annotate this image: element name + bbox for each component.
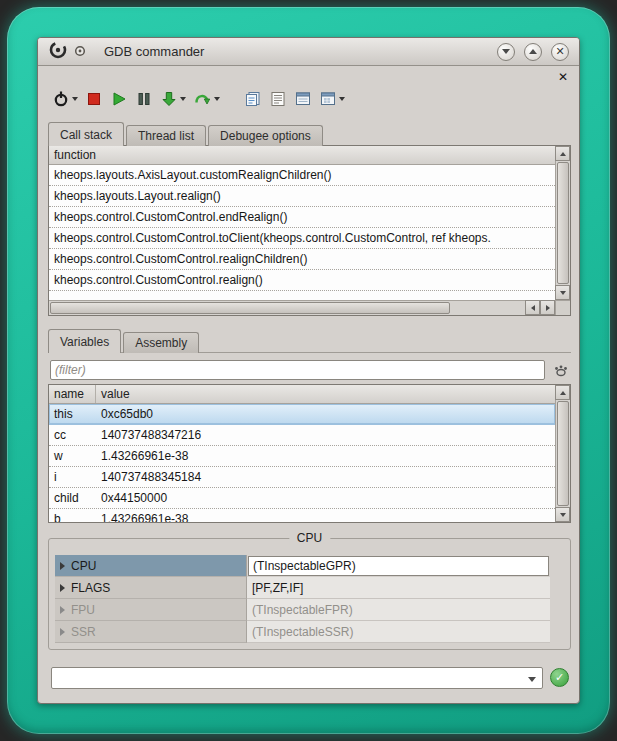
titlebar[interactable]: GDB commander ✕: [38, 38, 579, 66]
cpu-row[interactable]: SSR (TInspectableSSR): [55, 621, 550, 643]
variables-row[interactable]: b 1.43266961e-38: [49, 509, 555, 522]
cpu-row[interactable]: FPU (TInspectableFPR): [55, 599, 550, 621]
callstack-row[interactable]: kheops.control.CustomControl.realignChil…: [49, 249, 555, 270]
callstack-row[interactable]: kheops.layouts.Layout.realign(): [49, 186, 555, 207]
close-button[interactable]: ✕: [551, 43, 569, 61]
inspector-tabbar: Variables Assembly: [48, 329, 199, 353]
register-group-value[interactable]: (TInspectableFPR): [247, 599, 550, 621]
variables-row[interactable]: w 1.43266961e-38: [49, 446, 555, 467]
cpu-group-title: CPU: [289, 531, 330, 545]
variables-vertical-scrollbar[interactable]: [555, 385, 570, 522]
scrollbar-thumb[interactable]: [50, 302, 450, 314]
stop-button[interactable]: [83, 88, 105, 110]
cpu-row[interactable]: CPU (TInspectableGPR): [55, 555, 550, 577]
cpu-row[interactable]: FLAGS [PF,ZF,IF]: [55, 577, 550, 599]
variables-row[interactable]: cc 140737488347216: [49, 425, 555, 446]
tab-debugee-options[interactable]: Debugee options: [208, 125, 323, 146]
triangle-down-icon: [560, 513, 566, 517]
watch-window-button[interactable]: [292, 88, 314, 110]
step-into-button[interactable]: [158, 88, 188, 110]
register-group-label: FPU: [71, 603, 95, 617]
variables-row[interactable]: child 0x44150000: [49, 488, 555, 509]
callstack-panel: function kheops.layouts.AxisLayout.custo…: [48, 145, 571, 316]
callstack-row[interactable]: kheops.layouts.AxisLayout.customRealignC…: [49, 165, 555, 186]
callstack-horizontal-scrollbar[interactable]: [49, 300, 555, 315]
variable-name: cc: [49, 425, 96, 445]
output-list-button[interactable]: [267, 88, 289, 110]
pause-button[interactable]: [133, 88, 155, 110]
register-group-name[interactable]: SSR: [55, 621, 247, 643]
app-icon: [48, 40, 68, 64]
value-column-header[interactable]: value: [96, 385, 130, 403]
step-over-button[interactable]: [191, 88, 222, 110]
window-title: GDB commander: [104, 44, 204, 59]
scroll-down-button[interactable]: [555, 285, 570, 300]
variables-row[interactable]: i 140737488345184: [49, 467, 555, 488]
dropdown-chevron-icon[interactable]: [180, 97, 186, 101]
variables-rows: this 0xc65db0 cc 140737488347216 w 1.432…: [49, 404, 555, 522]
callstack-vertical-scrollbar[interactable]: [555, 146, 570, 300]
register-group-value[interactable]: (TInspectableSSR): [247, 621, 550, 643]
scroll-up-button[interactable]: [555, 385, 570, 400]
register-group-name[interactable]: CPU: [55, 555, 247, 577]
tab-assembly[interactable]: Assembly: [123, 332, 199, 353]
run-button[interactable]: [108, 88, 130, 110]
scroll-down-button[interactable]: [555, 507, 570, 522]
pause-icon: [135, 90, 153, 108]
dropdown-chevron-icon[interactable]: [72, 97, 78, 101]
check-icon: ✓: [555, 671, 564, 684]
filter-paw-button[interactable]: [551, 360, 571, 380]
callstack-row[interactable]: kheops.control.CustomControl.realign(): [49, 270, 555, 291]
tab-call-stack[interactable]: Call stack: [48, 122, 124, 146]
tab-thread-list[interactable]: Thread list: [126, 125, 206, 146]
command-input[interactable]: [55, 669, 522, 687]
step-over-icon: [193, 90, 212, 108]
variable-value: 140737488345184: [96, 467, 555, 487]
callstack-header: function: [49, 146, 555, 165]
paw-icon: [552, 361, 570, 379]
callstack-row[interactable]: kheops.control.CustomControl.endRealign(…: [49, 207, 555, 228]
commit-button[interactable]: ✓: [550, 668, 569, 687]
combo-dropdown-icon[interactable]: [528, 677, 536, 682]
expander-icon[interactable]: [60, 584, 65, 592]
watch-window-icon: [294, 90, 312, 108]
dropdown-chevron-icon[interactable]: [214, 97, 220, 101]
scrollbar-thumb[interactable]: [557, 162, 569, 284]
variables-row[interactable]: this 0xc65db0: [49, 404, 555, 425]
variable-name: b: [49, 509, 96, 522]
stack-tabbar: Call stack Thread list Debugee options: [48, 122, 323, 146]
power-button[interactable]: [50, 88, 80, 110]
name-column-header[interactable]: name: [49, 385, 96, 403]
tab-variables[interactable]: Variables: [48, 329, 121, 353]
power-icon: [52, 90, 70, 108]
scroll-right-button[interactable]: [540, 300, 555, 315]
scroll-left-button[interactable]: [525, 300, 540, 315]
run-icon: [110, 90, 128, 108]
minimize-button[interactable]: [497, 43, 515, 61]
editor-icon: [244, 90, 262, 108]
command-combobox[interactable]: [51, 667, 543, 689]
register-group-name[interactable]: FPU: [55, 599, 247, 621]
maximize-button[interactable]: [524, 43, 542, 61]
register-group-value[interactable]: [PF,ZF,IF]: [247, 577, 550, 599]
function-column-header[interactable]: function: [49, 146, 96, 164]
dock-close-button[interactable]: ✕: [558, 71, 568, 83]
scroll-up-button[interactable]: [555, 146, 570, 161]
register-group-name[interactable]: FLAGS: [55, 577, 247, 599]
step-into-icon: [160, 90, 178, 108]
stop-icon: [85, 90, 103, 108]
editor-button[interactable]: [242, 88, 264, 110]
expander-icon[interactable]: [60, 562, 65, 570]
memory-window-button[interactable]: [317, 88, 347, 110]
callstack-row[interactable]: kheops.control.CustomControl.toClient(kh…: [49, 228, 555, 249]
dropdown-chevron-icon[interactable]: [339, 97, 345, 101]
expander-icon[interactable]: [60, 628, 65, 636]
chevron-up-icon: [529, 49, 537, 54]
register-group-value[interactable]: (TInspectableGPR): [248, 556, 549, 576]
triangle-down-icon: [560, 291, 566, 295]
scrollbar-thumb[interactable]: [557, 401, 569, 506]
expander-icon[interactable]: [60, 606, 65, 614]
filter-input[interactable]: [50, 360, 545, 380]
register-group-label: SSR: [71, 625, 96, 639]
variables-panel: name value this 0xc65db0 cc 140737488347…: [48, 384, 571, 523]
